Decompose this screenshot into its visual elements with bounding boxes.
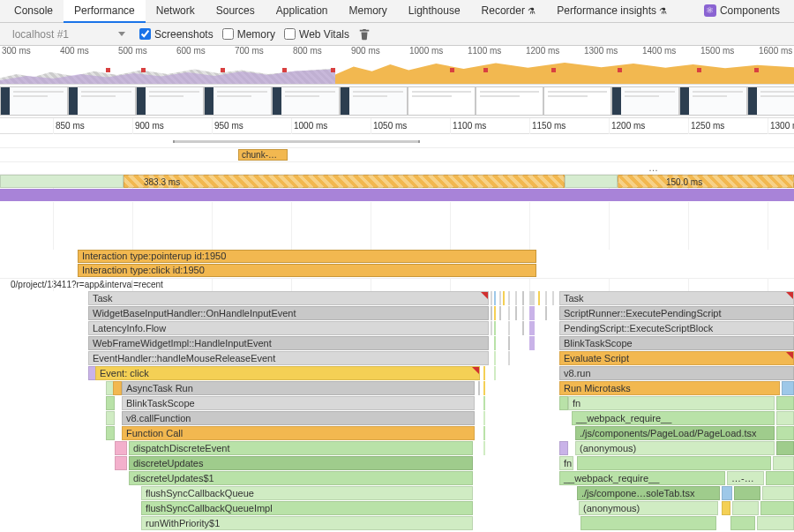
flame-bar[interactable]: Run Microtasks	[559, 381, 780, 395]
flame-bar[interactable]: __webpack_require__	[559, 471, 725, 485]
flame-bar[interactable]: (anonymous)	[579, 501, 718, 515]
ellipsis-indicator: …	[648, 162, 658, 173]
screenshot-thumb[interactable]	[340, 86, 408, 116]
tab-application[interactable]: Application	[266, 0, 339, 23]
interactions-track[interactable]: Interaction type:pointerup id:1950	[0, 250, 794, 264]
flame-bar[interactable]: dispatchDiscreteEvent	[129, 441, 473, 455]
screenshot-thumb[interactable]	[0, 86, 68, 116]
flame-bar[interactable]: WidgetBaseInputHandler::OnHandleInputEve…	[88, 306, 489, 320]
tab-sources[interactable]: Sources	[206, 0, 266, 23]
tab-perf-insights[interactable]: Performance insights ⚗	[546, 0, 678, 23]
flame-bar[interactable]: runWithPriority$1	[141, 516, 473, 530]
flame-bar[interactable]: EventHandler::handleMouseReleaseEvent	[88, 351, 489, 365]
flame-bar[interactable]: __webpack_require__	[572, 411, 775, 425]
react-icon: ⚛	[704, 4, 716, 17]
tab-performance[interactable]: Performance	[64, 0, 146, 23]
flame-bar[interactable]: fn	[568, 396, 775, 410]
flame-bar[interactable]: discreteUpdates	[129, 456, 473, 470]
interaction-bar[interactable]: Interaction type:click id:1950	[78, 264, 536, 277]
tab-recorder[interactable]: Recorder ⚗	[471, 0, 547, 23]
flame-bar[interactable]: v8.callFunction	[122, 411, 475, 425]
timings-track[interactable]: 383.3 ms 150.0 ms	[0, 175, 794, 189]
tab-memory[interactable]: Memory	[339, 0, 398, 23]
tab-lighthouse[interactable]: Lighthouse	[398, 0, 471, 23]
flame-bar[interactable]: Event: click	[95, 366, 480, 380]
flame-bar[interactable]: ./js/components/PageLoad/PageLoad.tsx	[575, 426, 775, 440]
flame-bar[interactable]: Function Call	[122, 426, 475, 440]
flame-bar[interactable]: flushSyncCallbackQueue	[141, 486, 473, 500]
screenshot-thumb[interactable]	[408, 86, 476, 116]
network-track[interactable]: chunk-…	[0, 148, 794, 162]
flame-bar[interactable]: flushSyncCallbackQueueImpl	[141, 501, 473, 515]
flask-icon: ⚗	[659, 6, 667, 16]
flame-task[interactable]: Task	[88, 291, 489, 305]
performance-toolbar: localhost #1 Screenshots Memory Web Vita…	[0, 23, 794, 46]
flame-bar[interactable]: BlinkTaskScope	[559, 336, 794, 350]
tab-components[interactable]: ⚛ Components	[693, 0, 790, 23]
flame-bar[interactable]: …-…	[727, 471, 764, 485]
flame-bar[interactable]: discreteUpdates$1	[129, 471, 473, 485]
screenshots-strip[interactable]	[0, 85, 794, 118]
screenshot-thumb[interactable]	[68, 86, 136, 116]
tab-network[interactable]: Network	[146, 0, 206, 23]
flame-bar[interactable]: ./js/compone…soleTab.tsx	[577, 486, 720, 500]
flame-bar[interactable]: (anonymous)	[575, 441, 775, 455]
webvitals-checkbox[interactable]: Web Vitals	[284, 28, 349, 41]
flame-bar[interactable]: BlinkTaskScope	[122, 396, 475, 410]
screenshot-thumb[interactable]	[611, 86, 679, 116]
main-ruler: 850 ms900 ms950 ms1000 ms1050 ms1100 ms1…	[0, 118, 794, 134]
purple-band	[0, 189, 794, 202]
flame-bar[interactable]: WebFrameWidgetImpl::HandleInputEvent	[88, 336, 489, 350]
screenshot-thumb[interactable]	[747, 86, 794, 116]
flame-bar[interactable]: Evaluate Script	[559, 351, 794, 365]
timing-left-label: 383.3 ms	[128, 177, 180, 187]
screenshot-thumb[interactable]	[204, 86, 272, 116]
screenshot-thumb[interactable]	[476, 86, 543, 116]
memory-checkbox[interactable]: Memory	[222, 28, 275, 41]
screenshot-thumb[interactable]	[136, 86, 204, 116]
overview-minimap	[0, 57, 794, 84]
flame-bar[interactable]: AsyncTask Run	[122, 381, 475, 395]
trash-icon[interactable]	[358, 27, 371, 41]
main-area: 850 ms900 ms950 ms1000 ms1050 ms1100 ms1…	[0, 118, 794, 531]
flame-bar[interactable]: ScriptRunner::ExecutePendingScript	[559, 306, 794, 320]
timing-right-label: 150.0 ms	[622, 177, 702, 187]
flame-chart[interactable]: Task Task WidgetBaseInputHandler::OnHand…	[0, 291, 794, 531]
flame-task[interactable]: Task	[559, 291, 794, 305]
tab-console[interactable]: Console	[4, 0, 64, 23]
flame-bar[interactable]: fn	[559, 456, 573, 470]
flame-bar[interactable]: PendingScript::ExecuteScriptBlock	[559, 321, 794, 335]
overview-ruler: 300 ms400 ms500 ms600 ms700 ms800 ms900 …	[0, 46, 794, 56]
recording-dropdown[interactable]: localhost #1	[7, 26, 131, 42]
url-label: 0/project/13411?r=app&interval=recent	[0, 278, 794, 291]
interaction-bar[interactable]: Interaction type:pointerup id:1950	[78, 250, 536, 263]
devtools-tabs: Console Performance Network Sources Appl…	[0, 0, 794, 23]
flame-bar[interactable]: LatencyInfo.Flow	[88, 321, 489, 335]
screenshot-thumb[interactable]	[272, 86, 340, 116]
screenshots-checkbox[interactable]: Screenshots	[139, 28, 213, 41]
overview-timeline[interactable]: 300 ms400 ms500 ms600 ms700 ms800 ms900 …	[0, 46, 794, 85]
flame-bar[interactable]: v8.run	[559, 366, 794, 380]
screenshot-thumb[interactable]	[543, 86, 611, 116]
flask-icon: ⚗	[528, 6, 536, 16]
chunk-bar[interactable]: chunk-…	[238, 149, 288, 161]
screenshot-thumb[interactable]	[679, 86, 747, 116]
